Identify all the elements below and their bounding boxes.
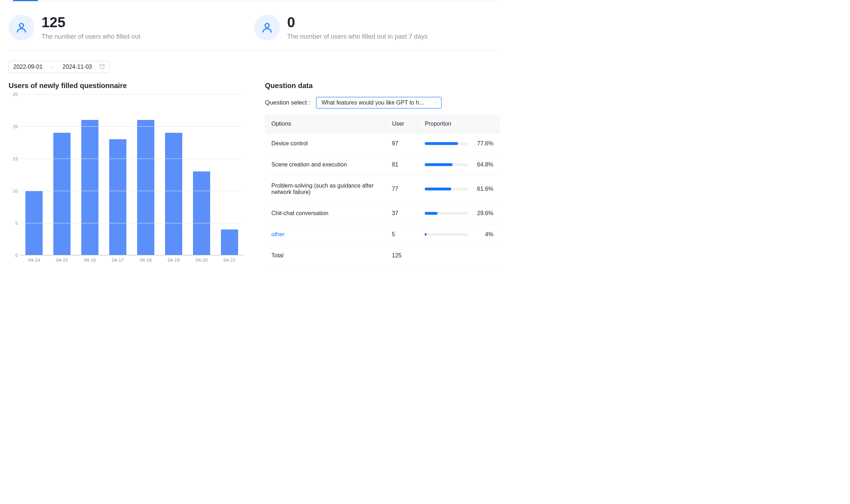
chart-x-tick-label: 04-18 — [132, 257, 160, 263]
proportion-bar — [425, 188, 468, 190]
chart-bar — [109, 139, 126, 255]
chart-bar-slot — [104, 94, 132, 255]
chart-y-tick-label: 15 — [9, 156, 18, 161]
table-row: Problem-solving (such as guidance after … — [265, 175, 500, 203]
chart-gridline — [20, 159, 243, 159]
table-cell-proportion: 77.6% — [418, 133, 500, 154]
svg-point-0 — [19, 23, 23, 27]
table-cell-option: Scene creation and execution — [265, 154, 386, 175]
date-range-end: 2024-11-03 — [63, 64, 92, 70]
table-cell-user: 81 — [386, 154, 418, 175]
proportion-bar — [425, 212, 468, 215]
table-row: other54% — [265, 224, 500, 245]
chart-x-tick-label: 04-20 — [188, 257, 216, 263]
table-cell-user: 37 — [386, 203, 418, 224]
table-cell-option: Device control — [265, 133, 386, 154]
user-icon — [9, 15, 34, 40]
table-row: Device control9777.6% — [265, 133, 500, 154]
chart-bar-slot — [160, 94, 188, 255]
chart-x-tick-label: 04-16 — [76, 257, 104, 263]
table-cell-total-proportion — [418, 245, 500, 266]
table-cell-proportion: 29.6% — [418, 203, 500, 224]
chart-bar-slot — [76, 94, 104, 255]
chart-bar-slot — [48, 94, 76, 255]
chart-gridline — [20, 126, 243, 127]
chart-gridline — [20, 255, 243, 256]
proportion-bar — [425, 142, 468, 145]
question-select[interactable]: What features would you like GPT to h… — [316, 97, 441, 108]
chart-gridline — [20, 94, 243, 94]
chart-y-tick-label: 25 — [9, 92, 18, 97]
svg-rect-2 — [100, 64, 104, 68]
table-row-total: Total125 — [265, 245, 500, 266]
table-cell-proportion: 4% — [418, 224, 500, 245]
date-range-start: 2022-09-01 — [13, 64, 43, 70]
tab-underline — [9, 1, 500, 1]
table-cell-total-label: Total — [265, 245, 386, 266]
table-cell-option: Chit-chat conversation — [265, 203, 386, 224]
chart-x-tick-label: 04-19 — [160, 257, 188, 263]
question-select-label: Question select : — [265, 99, 310, 106]
stat-recent-users: 0 The number of users who filled out in … — [254, 14, 500, 40]
chart-x-tick-label: 04-15 — [48, 257, 76, 263]
chart-y-tick-label: 20 — [9, 124, 18, 129]
stat-total-value: 125 — [42, 14, 140, 30]
stat-total-users: 125 The number of users who filled out — [9, 14, 254, 40]
arrow-right-icon: → — [50, 64, 55, 70]
table-cell-proportion: 61.6% — [418, 175, 500, 203]
chart-title: Users of newly filled questionnaire — [9, 82, 243, 90]
stat-recent-label: The number of users who filled out in pa… — [287, 33, 428, 40]
chart-gridline — [20, 223, 243, 223]
table-cell-user: 77 — [386, 175, 418, 203]
proportion-percent: 29.6% — [473, 210, 493, 217]
chart-bar — [221, 229, 238, 255]
table-cell-total-user: 125 — [386, 245, 418, 266]
table-row: Chit-chat conversation3729.6% — [265, 203, 500, 224]
chart-bar-slot — [188, 94, 216, 255]
chart-bar-slot — [20, 94, 48, 255]
proportion-bar — [425, 233, 468, 236]
table-cell-user: 97 — [386, 133, 418, 154]
chart-y-tick-label: 5 — [9, 220, 18, 226]
proportion-percent: 61.6% — [473, 186, 493, 192]
calendar-icon — [99, 63, 105, 71]
question-select-value: What features would you like GPT to h… — [322, 100, 425, 106]
chart-x-tick-label: 04-21 — [216, 257, 243, 263]
svg-point-1 — [265, 23, 269, 27]
chart-bar — [81, 120, 98, 255]
proportion-percent: 64.8% — [473, 161, 493, 168]
table-cell-option: Problem-solving (such as guidance after … — [265, 175, 386, 203]
user-icon — [254, 15, 280, 40]
stats-row: 125 The number of users who filled out 0… — [9, 4, 500, 51]
proportion-percent: 77.6% — [473, 140, 493, 147]
question-data-table: Options User Proportion Device control97… — [265, 115, 500, 266]
chart-x-tick-label: 04-14 — [20, 257, 48, 263]
table-header-user: User — [386, 115, 418, 133]
chart-bar — [137, 120, 154, 255]
proportion-percent: 4% — [473, 231, 493, 238]
table-cell-proportion: 64.8% — [418, 154, 500, 175]
table-header-options: Options — [265, 115, 386, 133]
table-cell-option[interactable]: other — [265, 224, 386, 245]
stat-recent-value: 0 — [287, 14, 428, 30]
table-header-proportion: Proportion — [418, 115, 500, 133]
chart-y-tick-label: 0 — [9, 253, 18, 258]
stat-total-label: The number of users who filled out — [42, 33, 140, 40]
date-range-picker[interactable]: 2022-09-01 → 2024-11-03 — [9, 61, 110, 73]
chart-y-tick-label: 10 — [9, 188, 18, 194]
question-data-title: Question data — [265, 82, 500, 90]
chart-bar — [53, 133, 71, 255]
table-row: Scene creation and execution8164.8% — [265, 154, 500, 175]
proportion-bar — [425, 163, 468, 166]
chart-bar-slot — [132, 94, 160, 255]
table-cell-user: 5 — [386, 224, 418, 245]
chart-x-tick-label: 04-17 — [104, 257, 132, 263]
chart-bar — [193, 171, 210, 255]
chart-gridline — [20, 191, 243, 191]
chevron-down-icon — [433, 100, 438, 106]
users-bar-chart: 0510152025 04-1404-1504-1604-1704-1804-1… — [9, 94, 243, 273]
chart-bar-slot — [216, 94, 243, 255]
chart-bar — [165, 133, 182, 255]
